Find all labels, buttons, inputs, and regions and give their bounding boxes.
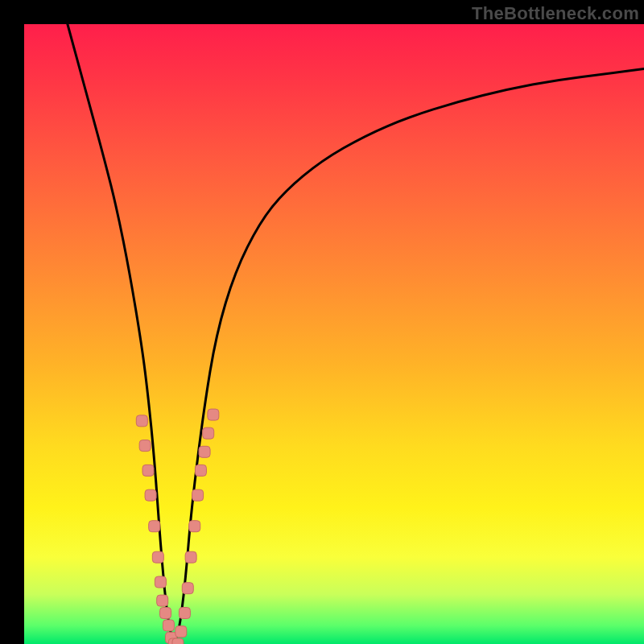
marker xyxy=(195,464,206,476)
marker xyxy=(172,638,184,644)
marker xyxy=(139,440,151,452)
marker xyxy=(152,551,163,563)
bottleneck-curve xyxy=(68,24,644,640)
marker xyxy=(160,608,171,619)
watermark-text: TheBottleneck.com xyxy=(472,3,639,24)
marker xyxy=(179,608,190,619)
marker xyxy=(163,620,174,631)
marker xyxy=(185,551,196,563)
marker xyxy=(189,521,200,532)
marker xyxy=(208,409,219,420)
marker xyxy=(182,583,193,594)
marker xyxy=(142,464,154,476)
marker xyxy=(157,595,168,606)
bottleneck-curve-path xyxy=(68,24,644,640)
chart-overlay xyxy=(24,24,644,644)
marker xyxy=(145,489,156,501)
marker xyxy=(155,576,166,588)
marker xyxy=(199,446,210,457)
marker xyxy=(203,427,214,439)
marker xyxy=(192,489,204,501)
marker xyxy=(175,626,187,638)
chart-frame: TheBottleneck.com xyxy=(0,0,644,644)
marker xyxy=(149,521,160,532)
marker xyxy=(136,415,147,427)
marker-cluster xyxy=(136,409,219,644)
